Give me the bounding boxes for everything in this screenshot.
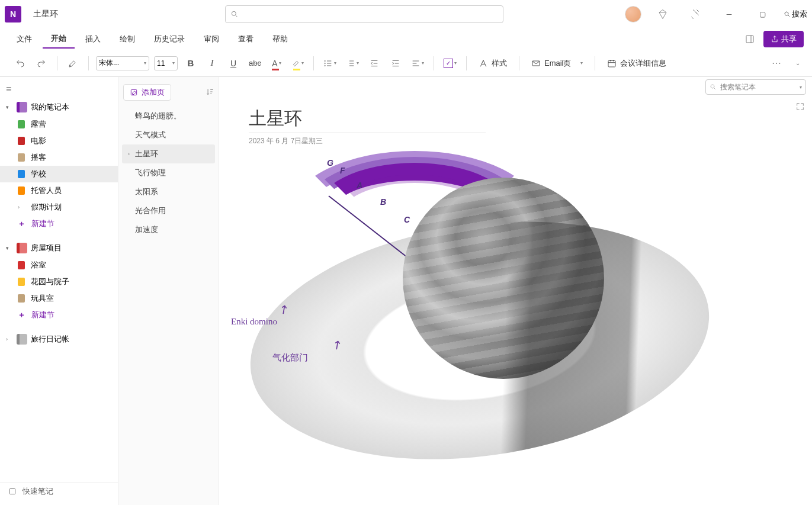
- sort-pages-button[interactable]: [206, 88, 214, 98]
- search-icon: [710, 83, 717, 91]
- tab-review[interactable]: 审阅: [195, 30, 227, 48]
- meeting-details-button[interactable]: 会议详细信息: [602, 55, 671, 72]
- section-item[interactable]: 电影: [0, 133, 118, 149]
- hamburger-button[interactable]: ≡: [0, 81, 118, 98]
- page-item[interactable]: 蜂鸟的翅膀。: [122, 107, 215, 126]
- calendar-icon: [607, 59, 617, 68]
- format-painter-button[interactable]: [65, 55, 81, 72]
- section-item[interactable]: 玩具室: [0, 290, 118, 307]
- svg-rect-24: [532, 61, 540, 66]
- svg-rect-29: [9, 488, 15, 494]
- avatar[interactable]: [625, 6, 641, 22]
- svg-line-1: [236, 15, 237, 17]
- svg-rect-4: [746, 36, 753, 43]
- strikethrough-button[interactable]: abc: [246, 55, 264, 72]
- section-item[interactable]: 花园与院子: [0, 274, 118, 290]
- page-item[interactable]: 加速度: [122, 220, 215, 239]
- page-item[interactable]: 天气模式: [122, 126, 215, 144]
- app-icon: N: [5, 6, 21, 22]
- chevron-down-icon: ▾: [800, 85, 802, 90]
- outdent-button[interactable]: [366, 55, 383, 72]
- add-section-button[interactable]: ＋新建节: [0, 307, 118, 323]
- tab-view[interactable]: 查看: [230, 30, 262, 48]
- font-size-select[interactable]: 11▾: [154, 56, 178, 70]
- page-canvas[interactable]: 搜索笔记本 ▾ 土星环 2023 年 6 月 7日星期三 G F A B C D…: [219, 77, 812, 505]
- email-page-button[interactable]: Email页▾: [527, 55, 588, 72]
- feed-pane-button[interactable]: [742, 31, 758, 47]
- highlight-button[interactable]: ▾: [290, 55, 306, 72]
- search-box[interactable]: [225, 5, 503, 23]
- toolbar: 宋体...▾ 11▾ B I U abc A▾ ▾ ▾ ▾ ▾ ✓▾ 样式 Em…: [0, 50, 812, 77]
- italic-button[interactable]: I: [204, 55, 220, 72]
- section-group-item[interactable]: ›假期计划: [0, 199, 118, 215]
- annotation-label: 气化部门: [272, 352, 308, 364]
- document-title: 土星环: [33, 9, 58, 20]
- svg-rect-25: [608, 60, 615, 67]
- add-section-button[interactable]: ＋新建节: [0, 215, 118, 232]
- add-page-button[interactable]: 添加页: [123, 84, 171, 101]
- undo-button[interactable]: [12, 55, 28, 72]
- svg-point-7: [325, 63, 325, 63]
- page-item[interactable]: ›土星环: [122, 144, 215, 163]
- premium-icon[interactable]: [651, 5, 675, 23]
- styles-icon: [479, 59, 488, 68]
- note-icon: [8, 487, 17, 496]
- pages-panel: 添加页 蜂鸟的翅膀。 天气模式 ›土星环 飞行物理 太阳系 光合作用 加速度: [118, 77, 219, 505]
- svg-line-3: [788, 15, 790, 17]
- search-icon: [230, 10, 239, 18]
- page-item[interactable]: 光合作用: [122, 201, 215, 220]
- mail-icon: [531, 59, 541, 68]
- tab-file[interactable]: 文件: [8, 30, 40, 48]
- search-small-icon: [784, 11, 791, 18]
- maximize-button[interactable]: ▢: [750, 5, 774, 23]
- fullscreen-button[interactable]: [795, 102, 805, 114]
- section-item[interactable]: 托管人员: [0, 182, 118, 199]
- share-button[interactable]: 共享: [763, 31, 804, 47]
- underline-button[interactable]: U: [225, 55, 242, 72]
- tab-history[interactable]: 历史记录: [146, 30, 193, 48]
- notebook-icon: [17, 102, 27, 112]
- notebook-item[interactable]: ▾ 房屋项目: [0, 239, 118, 257]
- annotation-label: Enki domino: [231, 317, 277, 327]
- tab-draw[interactable]: 绘制: [111, 30, 143, 48]
- font-name-select[interactable]: 宋体...▾: [96, 56, 149, 70]
- diamond-icon: [657, 9, 668, 20]
- tab-insert[interactable]: 插入: [77, 30, 109, 48]
- section-item[interactable]: 浴室: [0, 257, 118, 274]
- svg-point-31: [711, 85, 714, 88]
- font-color-button[interactable]: A▾: [268, 55, 285, 72]
- quick-notes-button[interactable]: 快速笔记: [0, 482, 118, 500]
- titlebar: N 土星环 ─ ▢ 搜索: [0, 0, 812, 28]
- chevron-down-icon: ▾: [6, 245, 13, 251]
- notebook-item[interactable]: ▾ 我的笔记本: [0, 98, 118, 116]
- more-commands-button[interactable]: ⋯: [772, 57, 781, 69]
- svg-point-2: [785, 12, 788, 15]
- indent-button[interactable]: [387, 55, 404, 72]
- minimize-button[interactable]: ─: [717, 5, 741, 23]
- notebook-sidebar: ≡ ▾ 我的笔记本 露营 电影 播客 学校 托管人员 ›假期计划 ＋新建节 ▾ …: [0, 77, 118, 505]
- todo-tag-button[interactable]: ✓▾: [441, 55, 459, 72]
- bold-button[interactable]: B: [182, 55, 199, 72]
- page-title[interactable]: 土星环: [249, 107, 302, 131]
- search-label[interactable]: 搜索: [792, 9, 807, 20]
- tab-home[interactable]: 开始: [43, 30, 75, 49]
- section-item[interactable]: 学校: [0, 166, 118, 182]
- page-item[interactable]: 飞行物理: [122, 163, 215, 182]
- number-list-button[interactable]: ▾: [344, 55, 361, 72]
- section-item[interactable]: 播客: [0, 149, 118, 166]
- page-date: 2023 年 6 月 7日星期三: [249, 136, 323, 146]
- sparkle-icon[interactable]: [684, 5, 708, 23]
- search-notebook-input[interactable]: 搜索笔记本 ▾: [705, 79, 806, 95]
- section-item[interactable]: 露营: [0, 116, 118, 133]
- redo-button[interactable]: [33, 55, 50, 72]
- align-button[interactable]: ▾: [409, 55, 426, 72]
- bullet-list-button[interactable]: ▾: [321, 55, 339, 72]
- styles-button[interactable]: 样式: [474, 55, 512, 72]
- notebook-item[interactable]: › 旅行日记帐: [0, 330, 118, 348]
- page-item[interactable]: 太阳系: [122, 182, 215, 201]
- chevron-down-icon: ▾: [6, 104, 13, 110]
- ribbon-tabs: 文件 开始 插入 绘制 历史记录 审阅 查看 帮助 共享: [0, 28, 812, 50]
- ribbon-expand-button[interactable]: ⌄: [795, 60, 800, 66]
- tab-help[interactable]: 帮助: [264, 30, 296, 48]
- notebook-icon: [17, 334, 27, 345]
